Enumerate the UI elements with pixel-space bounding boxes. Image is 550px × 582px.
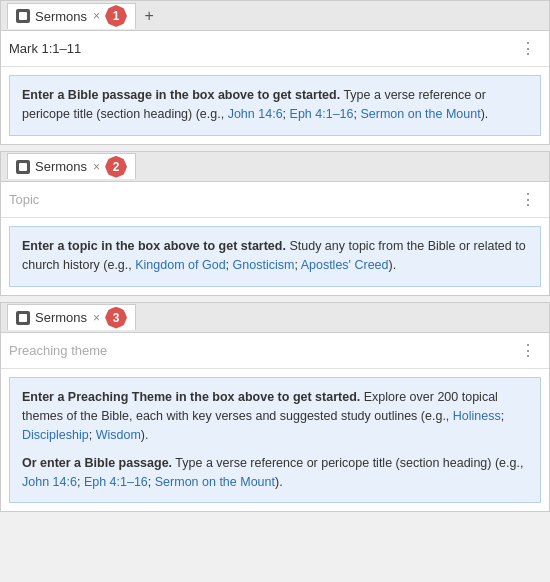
info-link-eph[interactable]: Eph 4:1–16 (290, 107, 354, 121)
info-link-creed[interactable]: Apostles' Creed (301, 258, 389, 272)
info-link-john[interactable]: John 14:6 (228, 107, 283, 121)
more-options-3[interactable]: ⋮ (516, 339, 541, 362)
panel-2: Sermons × 2 ⋮ Enter a topic in the box a… (0, 151, 550, 296)
info-text-2: Enter a topic in the box above to get st… (22, 239, 526, 272)
tab-close-2[interactable]: × (93, 161, 100, 173)
panel-3: Sermons × 3 ⋮ Enter a Preaching Theme in… (0, 302, 550, 513)
info-link-holiness[interactable]: Holiness (453, 409, 501, 423)
topic-input-2[interactable] (9, 192, 516, 207)
info-box-3: Enter a Preaching Theme in the box above… (9, 377, 541, 504)
svg-rect-0 (19, 12, 27, 20)
svg-rect-2 (19, 314, 27, 322)
info-bold-3a: Enter a Preaching Theme in the box above… (22, 390, 360, 404)
tab-label-2: Sermons (35, 159, 87, 174)
panel-1: Sermons × 1 + ⋮ Enter a Bible passage in… (0, 0, 550, 145)
tab-sermons-3[interactable]: Sermons × 3 (7, 304, 136, 330)
info-paragraph-3a: Enter a Preaching Theme in the box above… (22, 388, 528, 446)
info-bold-3b: Or enter a Bible passage. (22, 456, 172, 470)
badge-2: 2 (105, 156, 127, 178)
sermons-icon-2 (16, 160, 30, 174)
sermons-icon-1 (16, 9, 30, 23)
info-box-2: Enter a topic in the box above to get st… (9, 226, 541, 287)
tab-label-3: Sermons (35, 310, 87, 325)
tab-bar-2: Sermons × 2 (1, 152, 549, 182)
info-link-sermon[interactable]: Sermon on the Mount (360, 107, 480, 121)
add-tab-button-1[interactable]: + (138, 5, 160, 27)
input-row-1: ⋮ (1, 31, 549, 67)
input-row-2: ⋮ (1, 182, 549, 218)
badge-3: 3 (105, 307, 127, 329)
tab-close-1[interactable]: × (93, 10, 100, 22)
tab-sermons-2[interactable]: Sermons × 2 (7, 153, 136, 179)
tab-label-1: Sermons (35, 9, 87, 24)
tab-bar-3: Sermons × 3 (1, 303, 549, 333)
more-options-1[interactable]: ⋮ (516, 37, 541, 60)
info-paragraph-3b: Or enter a Bible passage. Type a verse r… (22, 454, 528, 493)
svg-rect-1 (19, 163, 27, 171)
info-link-eph2[interactable]: Eph 4:1–16 (84, 475, 148, 489)
info-link-kingdom[interactable]: Kingdom of God (135, 258, 225, 272)
badge-1: 1 (105, 5, 127, 27)
tab-bar-1: Sermons × 1 + (1, 1, 549, 31)
info-bold-2: Enter a topic in the box above to get st… (22, 239, 286, 253)
info-box-1: Enter a Bible passage in the box above t… (9, 75, 541, 136)
info-text-1: Enter a Bible passage in the box above t… (22, 88, 488, 121)
info-link-sermon2[interactable]: Sermon on the Mount (155, 475, 275, 489)
info-rest-3b: Type a verse reference or pericope title… (175, 456, 523, 470)
info-link-discipleship[interactable]: Discipleship (22, 428, 89, 442)
tab-sermons-1[interactable]: Sermons × 1 (7, 3, 136, 29)
input-row-3: ⋮ (1, 333, 549, 369)
more-options-2[interactable]: ⋮ (516, 188, 541, 211)
preaching-theme-input-3[interactable] (9, 343, 516, 358)
sermons-icon-3 (16, 311, 30, 325)
info-link-gnosticism[interactable]: Gnosticism (233, 258, 295, 272)
info-link-wisdom[interactable]: Wisdom (96, 428, 141, 442)
bible-passage-input-1[interactable] (9, 41, 516, 56)
info-link-john2[interactable]: John 14:6 (22, 475, 77, 489)
tab-close-3[interactable]: × (93, 312, 100, 324)
info-bold-1: Enter a Bible passage in the box above t… (22, 88, 340, 102)
